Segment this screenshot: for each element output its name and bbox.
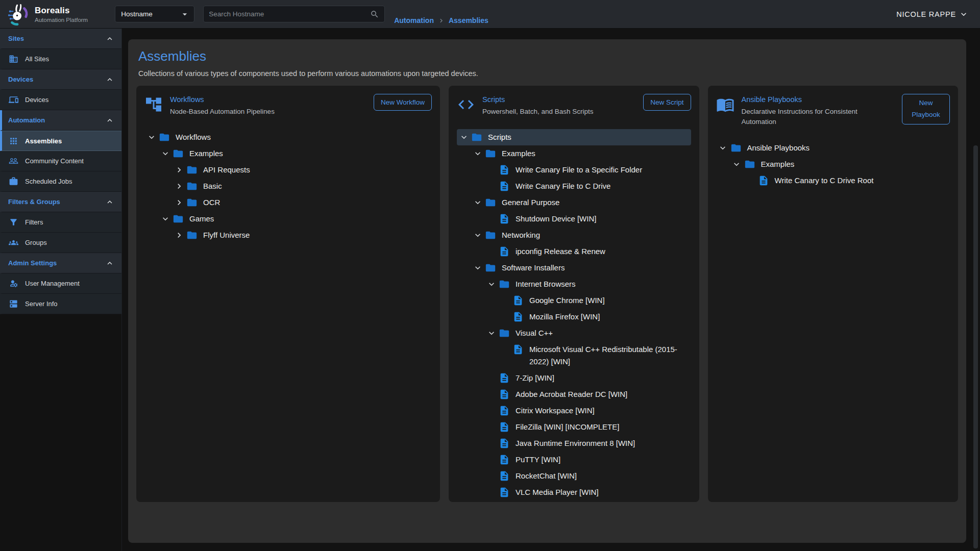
workflows-tree: Workflows Examples API Requests Basic OC…: [144, 129, 432, 243]
tree-node-general-purpose[interactable]: General Purpose: [457, 194, 691, 211]
tree-node-label: 7-Zip [WIN]: [516, 372, 554, 384]
sidebar-item-scheduled-jobs[interactable]: Scheduled Jobs: [0, 171, 121, 192]
sidebar-item-assemblies[interactable]: Assemblies: [0, 131, 121, 151]
chevron-down-icon[interactable]: [471, 229, 484, 241]
tree-node-networking[interactable]: Networking: [457, 227, 691, 243]
scrollbar-thumb[interactable]: [973, 145, 978, 548]
chevron-down-icon[interactable]: [471, 196, 484, 209]
tree-node-mozilla-firefox-win[interactable]: Mozilla Firefox [WIN]: [457, 309, 691, 325]
tree-node-putty-win[interactable]: PuTTY [WIN]: [457, 452, 691, 468]
folder-icon: [730, 142, 742, 154]
chevron-down-icon: [160, 214, 170, 224]
tree-node-examples[interactable]: Examples: [716, 156, 950, 172]
tree-node-write-canary-to-c-drive-root[interactable]: Write Canary to C Drive Root: [716, 172, 950, 189]
chevron-down-icon: [473, 197, 483, 208]
chevron-right-icon[interactable]: [172, 229, 186, 241]
user-name: NICOLE RAPPE: [896, 10, 956, 18]
book-icon: [716, 95, 734, 114]
tree-node-vlc-media-player-win[interactable]: VLC Media Player [WIN]: [457, 484, 691, 500]
tree-node-label: Examples: [502, 147, 535, 160]
sidebar-item-groups[interactable]: Groups: [0, 233, 121, 253]
sidebar-item-community-content[interactable]: Community Content: [0, 151, 121, 171]
tree-node-workflows[interactable]: Workflows: [144, 129, 432, 145]
tree-node-flyff-universe[interactable]: Flyff Universe: [144, 227, 432, 243]
topbar: Borealis Automation Platform Hostname Au…: [0, 0, 980, 29]
tree-node-scripts[interactable]: Scripts: [457, 129, 691, 145]
chevron-down-icon[interactable]: [730, 158, 744, 170]
sidebar-section-devices[interactable]: Devices: [0, 69, 121, 90]
sidebar-item-user-management[interactable]: User Management: [0, 273, 121, 294]
tree-node-software-installers[interactable]: Software Installers: [457, 260, 691, 276]
sidebar-item-label: Community Content: [25, 157, 84, 165]
folder-icon: [484, 196, 497, 209]
tree-node-google-chrome-win[interactable]: Google Chrome [WIN]: [457, 292, 691, 309]
tree-node-adobe-acrobat-reader-dc-win[interactable]: Adobe Acrobat Reader DC [WIN]: [457, 386, 691, 403]
borealis-logo: [6, 3, 30, 26]
chevron-right-icon[interactable]: [172, 164, 186, 176]
new-playbook-button[interactable]: New Playbook: [902, 94, 950, 124]
chevron-down-icon[interactable]: [158, 147, 172, 160]
tree-node-label: Networking: [502, 229, 540, 241]
tree-node-shutdown-device-win[interactable]: Shutdown Device [WIN]: [457, 211, 691, 227]
tree-node-label: Shutdown Device [WIN]: [516, 213, 596, 225]
tree-node-examples[interactable]: Examples: [457, 145, 691, 162]
tree-node-microsoft-visual-c-redistributable-2015-2022-win[interactable]: Microsoft Visual C++ Redistributable (20…: [457, 341, 691, 370]
chevron-right-icon: [174, 197, 184, 208]
sidebar-section-filters-groups[interactable]: Filters & Groups: [0, 192, 121, 212]
tree-node-ansible-playbooks[interactable]: Ansible Playbooks: [716, 140, 950, 156]
breadcrumb-assemblies[interactable]: Assemblies: [449, 16, 488, 24]
tree-node-ipconfig-release-renew[interactable]: ipconfig Release & Renew: [457, 243, 691, 260]
sidebar-item-server-info[interactable]: Server Info: [0, 294, 121, 314]
folder-icon: [173, 213, 184, 224]
sidebar-section-automation[interactable]: Automation: [0, 110, 121, 131]
folder-icon: [499, 279, 510, 290]
tree-node-examples[interactable]: Examples: [144, 145, 432, 162]
search-input[interactable]: [209, 10, 370, 18]
file-icon: [499, 246, 510, 257]
tree-node-filezilla-win-incomplete[interactable]: FileZilla [WIN] [INCOMPLETE]: [457, 419, 691, 435]
chevron-down-icon[interactable]: [484, 327, 498, 339]
chevron-down-icon: [459, 132, 469, 142]
tree-node-api-requests[interactable]: API Requests: [144, 162, 432, 178]
tree-node-basic[interactable]: Basic: [144, 178, 432, 194]
user-menu[interactable]: NICOLE RAPPE: [896, 9, 969, 19]
new-script-button[interactable]: New Script: [643, 94, 691, 111]
breadcrumb-automation[interactable]: Automation: [394, 16, 434, 24]
chevron-down-icon[interactable]: [457, 131, 471, 143]
panel-header: Workflows Node-Based Automation Pipeline…: [144, 94, 432, 117]
folder-icon: [471, 132, 482, 143]
tree-node-write-canary-file-to-a-specific-folder[interactable]: Write Canary File to a Specific Folder: [457, 162, 691, 178]
chevron-down-icon[interactable]: [158, 213, 172, 225]
chevron-down-icon[interactable]: [471, 262, 484, 274]
chevron-down-icon[interactable]: [471, 147, 484, 160]
sidebar-item-all-sites[interactable]: All Sites: [0, 49, 121, 69]
chevron-right-icon[interactable]: [172, 196, 186, 209]
chevron-right-icon[interactable]: [172, 180, 186, 192]
chevron-down-icon[interactable]: [716, 142, 730, 154]
tree-node-visual-c[interactable]: Visual C++: [457, 325, 691, 341]
file-icon: [512, 294, 524, 307]
chevron-down-icon[interactable]: [144, 131, 158, 143]
sidebar-item-label: Scheduled Jobs: [25, 178, 72, 185]
tree-node-ocr[interactable]: OCR: [144, 194, 432, 211]
tree-node-label: Examples: [189, 147, 223, 160]
sidebar-item-devices[interactable]: Devices: [0, 90, 121, 110]
tree-node-7-zip-win[interactable]: 7-Zip [WIN]: [457, 370, 691, 386]
file-icon: [498, 470, 510, 482]
sidebar-section-sites[interactable]: Sites: [0, 29, 121, 49]
tree-node-java-runtime-environment-8-win[interactable]: Java Runtime Environment 8 [WIN]: [457, 435, 691, 452]
sidebar-item-label: Assemblies: [25, 137, 62, 145]
sidebar-section-admin-settings[interactable]: Admin Settings: [0, 253, 121, 273]
tree-node-citrix-workspace-win[interactable]: Citrix Workspace [WIN]: [457, 403, 691, 419]
sidebar-item-filters[interactable]: Filters: [0, 212, 121, 233]
chevron-down-icon[interactable]: [484, 278, 498, 290]
new-workflow-button[interactable]: New Workflow: [374, 94, 432, 111]
tree-node-internet-browsers[interactable]: Internet Browsers: [457, 276, 691, 292]
tree-node-rocketchat-win[interactable]: RocketChat [WIN]: [457, 468, 691, 484]
tree-node-label: OCR: [203, 196, 220, 209]
tree-node-write-canary-file-to-c-drive[interactable]: Write Canary File to C Drive: [457, 178, 691, 194]
hostname-select[interactable]: Hostname: [115, 6, 194, 22]
chevron-spacer: [744, 174, 757, 187]
folder-icon: [485, 197, 496, 208]
tree-node-games[interactable]: Games: [144, 211, 432, 227]
